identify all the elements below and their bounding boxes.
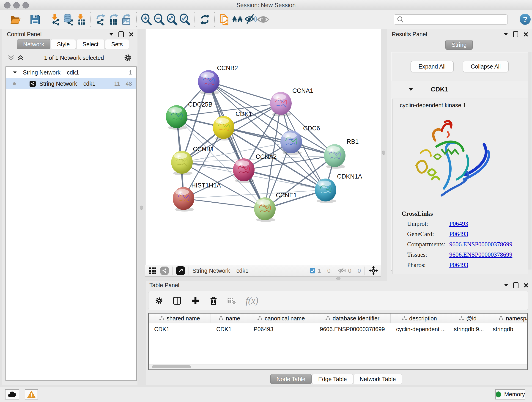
panel-menu-icon[interactable] [504,33,508,36]
export-image-button[interactable] [120,13,133,26]
column-header-name[interactable]: name [211,313,248,323]
table-cell[interactable]: 9606.ENSP00000378699 [314,323,391,335]
crosslink-link[interactable]: P06493 [449,262,468,269]
table-cell[interactable]: stringdb [487,323,528,335]
right-splitter-handle[interactable] [382,151,385,155]
node-CCNB1[interactable]: CCNB1 [171,146,214,175]
column-header-database-identifier[interactable]: database identifier [314,313,391,323]
crosslink-row: Uniprot:P06493 [393,219,528,229]
table-cell[interactable]: stringdb:9... [448,323,487,335]
collapse-all-icon[interactable] [7,55,15,61]
network-row[interactable]: String Network – cdk1 11 48 [6,78,136,89]
scrollbar-thumb[interactable] [152,365,191,368]
export-table-button[interactable] [107,13,120,26]
tab-node-table[interactable]: Node Table [270,374,312,384]
left-splitter-handle[interactable] [140,206,143,210]
tab-string[interactable]: String [445,40,473,50]
hidden-eye-icon[interactable] [338,267,346,274]
cloud-status-button[interactable] [5,389,19,400]
table-settings-gear-icon[interactable] [155,297,163,305]
crosslink-link[interactable]: P06493 [449,230,468,238]
node-CCNA1[interactable]: CCNA1 [270,87,313,116]
delete-column-trash-icon[interactable] [209,296,218,305]
table-cell[interactable]: CDK1 [211,323,248,335]
tree-expand-icon[interactable] [13,71,17,74]
tab-style[interactable]: Style [51,39,76,49]
node-CCNE1[interactable]: CCNE1 [254,192,297,222]
node-CDKN1A[interactable]: CDKN1A [315,173,362,203]
network-canvas[interactable]: CCNB2CCNA1CDC25BCDK1CDC6RB1CCNB1CCNA2CDK… [145,29,381,265]
tab-sets[interactable]: Sets [105,39,129,49]
help-button[interactable]: ? [520,14,531,25]
column-header-shared-name[interactable]: shared name [149,313,211,323]
export-network-button[interactable] [94,13,107,26]
hide-selected-button[interactable] [244,13,257,26]
gene-section-header[interactable]: CDK1 [391,81,528,98]
network-graph[interactable]: CCNB2CCNA1CDC25BCDK1CDC6RB1CCNB1CCNA2CDK… [146,29,381,265]
network-collection-row[interactable]: String Network – cdk1 1 [6,67,136,78]
column-header-description[interactable]: description [391,313,448,323]
column-header-canonical-name[interactable]: canonical name [248,313,314,323]
column-tree-icon [325,316,330,321]
import-network-button[interactable] [49,13,62,26]
show-columns-icon[interactable] [173,296,181,305]
birds-eye-view-icon[interactable] [176,266,185,275]
zoom-selected-button[interactable] [178,13,191,26]
grid-view-icon[interactable] [149,267,157,275]
table-cell[interactable]: CDK1 [149,323,211,335]
table-row[interactable]: CDK1CDK1P064939606.ENSP00000378699cyclin… [149,323,527,335]
open-file-button[interactable] [9,13,22,26]
tab-edge-table[interactable]: Edge Table [312,374,353,384]
panel-menu-icon[interactable] [504,284,508,287]
pan-move-icon[interactable] [368,266,379,276]
collapse-all-button[interactable]: Collapse All [463,61,509,72]
tab-select[interactable]: Select [76,39,104,49]
memory-button[interactable]: Memory [495,389,525,400]
edge-CCNB2-CCNA1[interactable] [209,82,281,103]
function-builder-icon[interactable]: f(x) [246,295,259,306]
table-horizontal-scrollbar[interactable] [149,364,527,370]
panel-close-icon[interactable] [129,32,134,37]
zoom-out-button[interactable] [153,13,166,26]
panel-float-icon[interactable] [119,32,124,37]
gear-icon[interactable] [124,54,132,62]
expand-all-icon[interactable] [17,55,24,61]
add-column-icon[interactable] [191,296,200,305]
save-session-button[interactable] [29,13,42,26]
delete-table-icon[interactable] [227,297,236,305]
search-input[interactable] [404,16,507,23]
tab-network-table[interactable]: Network Table [354,374,402,384]
warning-status-button[interactable] [25,389,38,400]
duplicate-network-button[interactable] [218,13,231,26]
show-all-button[interactable] [257,13,270,26]
table-cell[interactable]: P06493 [248,323,314,335]
table-cell[interactable]: cyclin-dependent ... [391,323,448,335]
import-database-button[interactable] [62,13,75,26]
crosslink-link[interactable]: 9606.ENSP00000378699 [449,241,512,248]
crosslink-link[interactable]: 9606.ENSP00000378699 [449,251,512,258]
column-header-namespace[interactable]: namespace [487,313,528,323]
selected-checkbox-icon[interactable] [310,268,316,274]
refresh-button[interactable] [198,13,211,26]
panel-float-icon[interactable] [513,282,519,288]
bottom-splitter-handle[interactable] [336,277,341,280]
zoom-fit-button[interactable] [166,13,178,26]
import-table-button[interactable] [75,13,87,26]
panel-float-icon[interactable] [513,32,518,37]
column-header--id[interactable]: @id [448,313,487,323]
panel-close-icon[interactable] [523,32,528,37]
home-button[interactable] [231,13,244,26]
section-collapse-icon[interactable] [409,88,413,91]
tab-network[interactable]: Network [17,39,51,49]
network-view-icon[interactable] [160,267,169,275]
zoom-in-button[interactable] [140,13,153,26]
panel-close-icon[interactable] [524,283,529,288]
node-RB1[interactable]: RB1 [324,138,359,169]
expand-all-button[interactable]: Expand All [411,61,454,72]
edge-CCNB2-CCNE1[interactable] [209,82,265,209]
edge-HIST1H1A-CCNE1[interactable] [184,198,265,209]
node-table[interactable]: shared namenamecanonical namedatabase id… [148,313,528,370]
crosslink-link[interactable]: P06493 [449,220,468,227]
panel-menu-icon[interactable] [109,33,114,36]
results-scrollbar[interactable] [529,52,532,269]
